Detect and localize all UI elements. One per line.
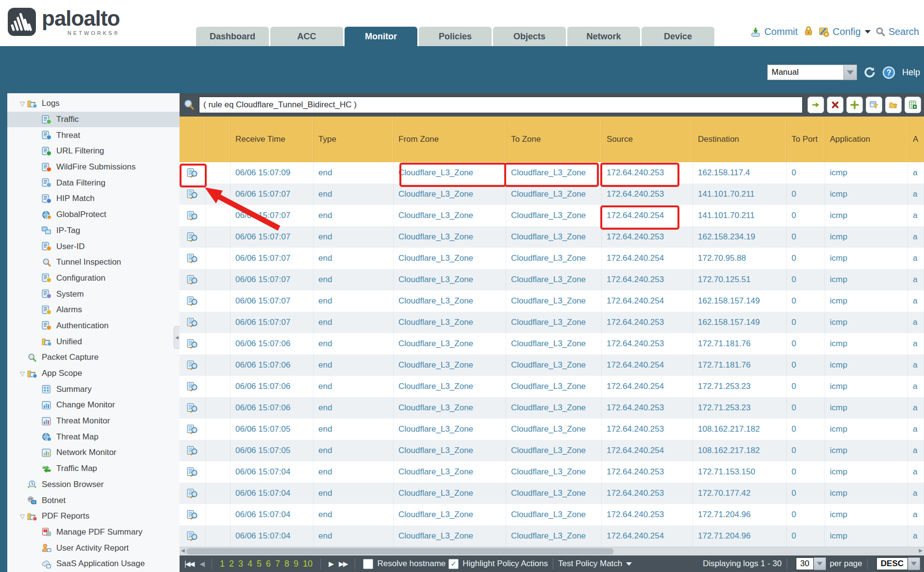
sidebar-item-globalprotect[interactable]: GlobalProtect xyxy=(7,207,180,223)
page-number-1[interactable]: 1 xyxy=(220,559,225,569)
tab-dashboard[interactable]: Dashboard xyxy=(196,27,269,46)
detail-icon[interactable] xyxy=(180,162,206,184)
scrollbar-thumb[interactable] xyxy=(186,548,613,555)
sidebar-item-threat-map[interactable]: Threat Map xyxy=(7,429,180,445)
log-table-row[interactable]: 06/06 15:07:07endCloudflare_L3_ZoneCloud… xyxy=(180,248,924,269)
column-header-a[interactable]: A xyxy=(908,117,924,162)
sidebar-item-hip-match[interactable]: HIP Match xyxy=(7,191,180,207)
log-table-row[interactable]: 06/06 15:07:04endCloudflare_L3_ZoneCloud… xyxy=(180,483,924,504)
expander-icon[interactable]: ▽ xyxy=(18,370,27,377)
sidebar-item-configuration[interactable]: Configuration xyxy=(7,270,180,286)
log-table-row[interactable]: 06/06 15:07:05endCloudflare_L3_ZoneCloud… xyxy=(180,419,924,440)
sidebar-item-logs[interactable]: ▽Logs xyxy=(7,96,180,112)
column-header-type[interactable]: Type xyxy=(314,117,394,162)
column-header-receive-time[interactable]: Receive Time xyxy=(231,117,314,162)
detail-icon[interactable] xyxy=(180,397,206,419)
refresh-interval-caret[interactable] xyxy=(844,65,857,80)
add-filter-button[interactable] xyxy=(846,97,863,113)
log-table-row[interactable]: 06/06 15:07:04endCloudflare_L3_ZoneCloud… xyxy=(180,525,924,547)
detail-icon[interactable] xyxy=(180,269,206,290)
expander-icon[interactable]: ▽ xyxy=(18,100,27,107)
page-number-2[interactable]: 2 xyxy=(229,559,234,569)
sidebar-item-alarms[interactable]: Alarms xyxy=(7,302,180,318)
sidebar-item-traffic-map[interactable]: Traffic Map xyxy=(7,461,180,477)
log-table-row[interactable]: 06/06 15:07:04endCloudflare_L3_ZoneCloud… xyxy=(180,504,924,525)
sidebar-item-user-id[interactable]: User-ID xyxy=(7,238,180,254)
tab-objects[interactable]: Objects xyxy=(493,27,566,46)
lock-icon[interactable] xyxy=(803,25,814,38)
export-logs-button[interactable] xyxy=(905,97,921,113)
first-page-button[interactable]: |◀◀ xyxy=(184,560,194,568)
log-table-row[interactable]: 06/06 15:07:06endCloudflare_L3_ZoneCloud… xyxy=(180,376,924,397)
sidebar-item-ip-tag[interactable]: IP-Tag xyxy=(7,223,180,239)
sidebar-item-app-scope[interactable]: ▽App Scope xyxy=(7,366,180,382)
clear-filter-button[interactable] xyxy=(827,97,843,113)
sidebar-item-threat-monitor[interactable]: Threat Monitor xyxy=(7,413,180,429)
refresh-icon[interactable] xyxy=(863,66,876,79)
tab-acc[interactable]: ACC xyxy=(270,27,343,46)
page-number-6[interactable]: 6 xyxy=(266,559,271,569)
sidebar-item-system[interactable]: System xyxy=(7,286,180,302)
sidebar-item-unified[interactable]: Unified xyxy=(7,334,180,350)
sort-order-select[interactable]: DESC xyxy=(876,557,920,570)
log-table-row[interactable]: 06/06 15:07:09endCloudflare_L3_ZoneCloud… xyxy=(180,162,924,184)
page-number-8[interactable]: 8 xyxy=(284,559,289,569)
log-table-row[interactable]: 06/06 15:07:07endCloudflare_L3_ZoneCloud… xyxy=(180,184,924,205)
log-table-row[interactable]: 06/06 15:07:06endCloudflare_L3_ZoneCloud… xyxy=(180,397,924,419)
column-header-to-port[interactable]: To Port xyxy=(787,117,825,162)
highlight-policy-actions-checkbox[interactable]: ✓ xyxy=(448,559,459,569)
config-button[interactable]: Config xyxy=(819,26,871,37)
log-table-row[interactable]: 06/06 15:07:05endCloudflare_L3_ZoneCloud… xyxy=(180,440,924,461)
detail-icon[interactable] xyxy=(180,440,206,461)
log-table-row[interactable]: 06/06 15:07:06endCloudflare_L3_ZoneCloud… xyxy=(180,333,924,354)
page-number-5[interactable]: 5 xyxy=(257,559,262,569)
per-page-select[interactable]: 30 xyxy=(796,557,826,570)
sidebar-item-manage-pdf-summary[interactable]: Manage PDF Summary xyxy=(7,524,180,540)
sidebar-item-threat[interactable]: Threat xyxy=(7,127,180,143)
sidebar-item-pdf-reports[interactable]: ▽PDF Reports xyxy=(7,508,180,524)
last-page-button[interactable]: ▶▶ xyxy=(339,560,347,568)
detail-icon[interactable] xyxy=(180,248,206,269)
horizontal-scrollbar[interactable]: ◀ ▶ xyxy=(180,547,924,556)
apply-filter-button[interactable] xyxy=(808,97,824,113)
tab-network[interactable]: Network xyxy=(567,27,640,46)
tab-policies[interactable]: Policies xyxy=(419,27,492,46)
log-table-row[interactable]: 06/06 15:07:04endCloudflare_L3_ZoneCloud… xyxy=(180,461,924,483)
page-number-4[interactable]: 4 xyxy=(248,559,252,569)
log-filter-input[interactable] xyxy=(199,97,803,113)
sidebar-item-wildfire-submissions[interactable]: WildFire Submissions xyxy=(7,159,180,175)
sidebar-item-tunnel-inspection[interactable]: Tunnel Inspection xyxy=(7,254,180,270)
prev-page-button[interactable]: ◀ xyxy=(199,560,204,568)
column-header-to-zone[interactable]: To Zone xyxy=(506,117,602,162)
sidebar-item-traffic[interactable]: Traffic xyxy=(7,112,180,128)
commit-button[interactable]: Commit xyxy=(750,26,798,37)
next-page-button[interactable]: ▶ xyxy=(329,560,333,568)
log-table-row[interactable]: 06/06 15:07:07endCloudflare_L3_ZoneCloud… xyxy=(180,226,924,248)
tab-device[interactable]: Device xyxy=(642,27,714,46)
filter-builder-button[interactable] xyxy=(866,97,882,113)
sidebar-item-summary[interactable]: Summary xyxy=(7,381,180,397)
sidebar-item-saas-application-usage[interactable]: SaaS Application Usage xyxy=(7,556,180,572)
page-number-10[interactable]: 10 xyxy=(303,559,313,569)
sidebar-item-botnet[interactable]: Botnet xyxy=(7,492,180,508)
detail-icon[interactable] xyxy=(180,504,206,525)
sort-order-caret[interactable] xyxy=(908,557,920,570)
page-number-3[interactable]: 3 xyxy=(238,559,243,569)
detail-icon[interactable] xyxy=(180,333,206,354)
detail-icon[interactable] xyxy=(180,483,206,504)
log-table-row[interactable]: 06/06 15:07:07endCloudflare_L3_ZoneCloud… xyxy=(180,290,924,312)
column-header-from-zone[interactable]: From Zone xyxy=(394,117,506,162)
tab-monitor[interactable]: Monitor xyxy=(345,27,417,46)
column-header-source[interactable]: Source xyxy=(602,117,693,162)
detail-icon[interactable] xyxy=(180,290,206,312)
detail-icon[interactable] xyxy=(180,419,206,440)
resolve-hostname-checkbox[interactable] xyxy=(363,559,373,569)
page-number-9[interactable]: 9 xyxy=(294,559,298,569)
refresh-interval-select[interactable]: Manual xyxy=(767,65,857,80)
test-policy-match-button[interactable]: Test Policy Match xyxy=(558,559,632,569)
sidebar-item-url-filtering[interactable]: URL Filtering xyxy=(7,143,180,159)
detail-icon[interactable] xyxy=(180,525,206,547)
log-table-row[interactable]: 06/06 15:07:07endCloudflare_L3_ZoneCloud… xyxy=(180,269,924,290)
help-label[interactable]: Help xyxy=(902,67,920,78)
help-icon[interactable]: ? xyxy=(882,66,895,79)
